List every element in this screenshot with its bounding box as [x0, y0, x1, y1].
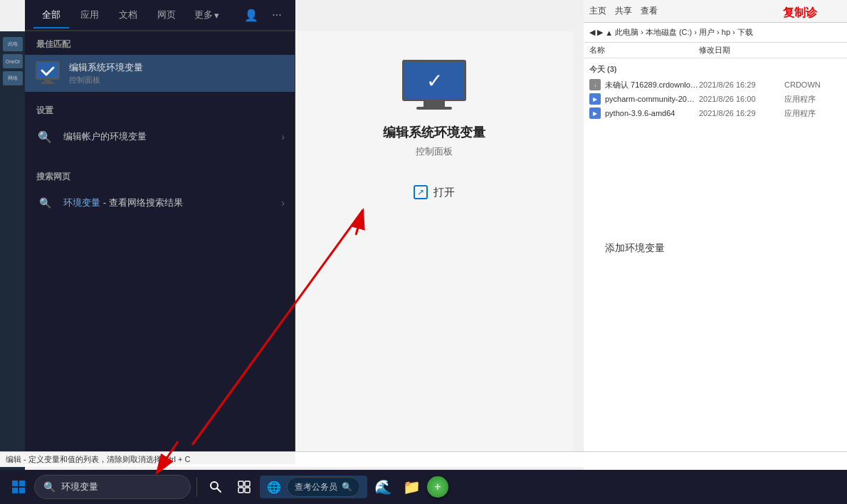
sidebar-item-network[interactable]: 网络 — [3, 71, 23, 85]
sidebar-item-onedrive[interactable]: OneDr — [3, 54, 23, 68]
file-date: 2021/8/26 16:29 — [699, 80, 784, 89]
explorer-left-sidebar: 此电 OneDr 网络 — [0, 31, 25, 470]
taskbar-browser-btn[interactable]: 🌊 — [370, 474, 396, 500]
preview-monitor-icon: ✓ — [402, 60, 466, 110]
file-name: python-3.9.6-amd64 — [605, 109, 699, 117]
annotation-add-env: 添加环境变量 — [605, 242, 665, 255]
preview-base — [416, 107, 452, 110]
taskbar-search-text: 环境变量 — [61, 481, 182, 493]
table-row[interactable]: ↓ 未确认 716289.crdownload 2021/8/26 16:29 … — [584, 78, 847, 92]
svg-line-13 — [217, 488, 221, 492]
preview-panel: ✓ 编辑系统环境变量 控制面板 ↗ 打开 — [295, 31, 573, 464]
taskbar-search-btn[interactable] — [203, 474, 228, 500]
preview-open-button[interactable]: ↗ 打开 — [402, 179, 466, 205]
bottom-annotation: 编辑 - 定义变量和值的列表，清除则取消选择 Ctrl + C — [0, 451, 847, 467]
file-date: 2021/8/26 16:00 — [699, 95, 784, 103]
col-header-name: 名称 — [589, 45, 699, 56]
web-search-suffix: - 查看网络搜索结果 — [103, 197, 183, 208]
search-tab-bar: 全部 应用 文档 网页 更多 ▾ 👤 ··· — [25, 0, 295, 31]
svg-rect-15 — [245, 481, 250, 486]
result-item-best[interactable]: 编辑系统环境变量 控制面板 — [25, 55, 295, 92]
taskbar-green-btn[interactable]: + — [427, 476, 448, 498]
nav-back-icon[interactable]: ◀ — [589, 28, 595, 37]
nav-forward-icon[interactable]: ▶ — [597, 28, 603, 37]
best-match-section-title: 最佳匹配 — [25, 31, 295, 55]
sidebar-item-computer[interactable]: 此电 — [3, 37, 23, 51]
taskbar-edge-search[interactable]: 查考公务员 🔍 — [287, 477, 360, 497]
file-icon: ▶ — [589, 93, 601, 105]
preview-subtitle: 控制面板 — [416, 145, 453, 158]
taskbar-edge-btn[interactable]: 🌐 查考公务员 🔍 — [260, 476, 367, 498]
svg-rect-2 — [41, 82, 54, 84]
folder-icon: 📁 — [403, 478, 421, 495]
tab-all[interactable]: 全部 — [33, 3, 69, 28]
tab-more[interactable]: 更多 ▾ — [187, 3, 226, 27]
edge-search-icon: 🔍 — [342, 482, 352, 492]
svg-rect-17 — [245, 488, 250, 493]
edge-search-text: 查考公务员 — [295, 481, 337, 493]
table-row[interactable]: ▶ python-3.9.6-amd64 2021/8/26 16:29 应用程… — [584, 106, 847, 120]
open-icon: ↗ — [414, 185, 428, 199]
svg-rect-11 — [19, 488, 25, 493]
explorer-breadcrumb: ◀ ▶ ▲ 此电脑 › 本地磁盘 (C:) › 用户 › hp › 下载 — [584, 23, 847, 43]
search-panel: 全部 应用 文档 网页 更多 ▾ 👤 ··· 最佳匹配 — [25, 0, 295, 464]
svg-rect-8 — [12, 481, 18, 486]
col-header-type — [784, 45, 841, 56]
table-row[interactable]: ▶ pycharm-community-2021.2 (1) 2021/8/26… — [584, 92, 847, 106]
nav-up-icon[interactable]: ▲ — [605, 28, 613, 37]
search-results: 最佳匹配 编辑系统环境变量 控制面板 设置 — [25, 31, 295, 464]
tab-web[interactable]: 网页 — [149, 3, 184, 28]
result-item-icon — [35, 61, 60, 86]
tab-apps[interactable]: 应用 — [72, 3, 107, 28]
settings-item-account-env[interactable]: 🔍 编辑帐户的环境变量 › — [25, 121, 295, 152]
more-options-icon[interactable]: ··· — [267, 5, 287, 25]
svg-rect-9 — [19, 481, 25, 486]
svg-rect-1 — [44, 79, 51, 82]
taskbar: 🔍 环境变量 🌐 查考公务员 🔍 🌊 📁 + — [0, 470, 847, 504]
preview-icon-area: ✓ — [402, 60, 466, 110]
taskbar-search-box[interactable]: 🔍 环境变量 — [34, 475, 191, 499]
settings-section: 设置 🔍 编辑帐户的环境变量 › — [25, 92, 295, 158]
user-icon[interactable]: 👤 — [241, 5, 261, 25]
file-icon: ▶ — [589, 107, 601, 119]
explorer-header: 名称 修改日期 — [584, 43, 847, 58]
explorer-content: 今天 (3) ↓ 未确认 716289.crdownload 2021/8/26… — [584, 58, 847, 123]
taskbar-divider-1 — [196, 477, 197, 497]
taskbar-task-view-btn[interactable] — [231, 474, 257, 500]
web-search-item[interactable]: 🔍 环境变量 - 查看网络搜索结果 › — [25, 187, 295, 219]
file-date: 2021/8/26 16:29 — [699, 109, 784, 117]
svg-rect-16 — [238, 488, 243, 493]
taskbar-search-icon: 🔍 — [43, 481, 56, 493]
taskbar-folder-btn[interactable]: 📁 — [399, 474, 424, 500]
tab-bar-actions: 👤 ··· — [241, 5, 287, 25]
web-search-text: 环境变量 - 查看网络搜索结果 — [63, 196, 273, 209]
web-search-keyword: 环境变量 — [63, 197, 100, 208]
preview-checkmark: ✓ — [426, 69, 443, 93]
start-button[interactable] — [6, 474, 31, 500]
web-search-arrow: › — [281, 197, 285, 209]
explorer-tab-view[interactable]: 查看 — [641, 5, 658, 17]
web-search-magnify-icon: 🔍 — [35, 193, 55, 213]
result-item-title: 编辑系统环境变量 — [69, 61, 285, 74]
file-group-header: 今天 (3) — [584, 61, 847, 78]
result-item-subtitle: 控制面板 — [69, 75, 285, 85]
explorer-tab-home[interactable]: 主页 — [589, 5, 606, 17]
settings-search-icon: 🔍 — [35, 127, 55, 147]
file-type: 应用程序 — [784, 94, 841, 105]
explorer-tab-share[interactable]: 共享 — [615, 5, 632, 17]
settings-section-title: 设置 — [25, 98, 295, 121]
file-type: 应用程序 — [784, 108, 841, 119]
annotation-copy-text: 复制诊 — [783, 6, 817, 21]
preview-action-label: 打开 — [433, 186, 455, 199]
file-icon: ↓ — [589, 79, 601, 90]
tab-docs[interactable]: 文档 — [110, 3, 146, 28]
file-name: pycharm-community-2021.2 (1) — [605, 95, 699, 103]
col-header-date: 修改日期 — [699, 45, 784, 56]
svg-rect-14 — [238, 481, 243, 486]
preview-title: 编辑系统环境变量 — [383, 124, 485, 141]
settings-item-label: 编辑帐户的环境变量 — [63, 130, 273, 143]
breadcrumb-path: 此电脑 › 本地磁盘 (C:) › 用户 › hp › 下载 — [615, 27, 753, 38]
settings-item-arrow: › — [281, 131, 285, 142]
web-search-section: 搜索网页 🔍 环境变量 - 查看网络搜索结果 › — [25, 158, 295, 224]
file-type: CRDOWN — [784, 80, 841, 89]
